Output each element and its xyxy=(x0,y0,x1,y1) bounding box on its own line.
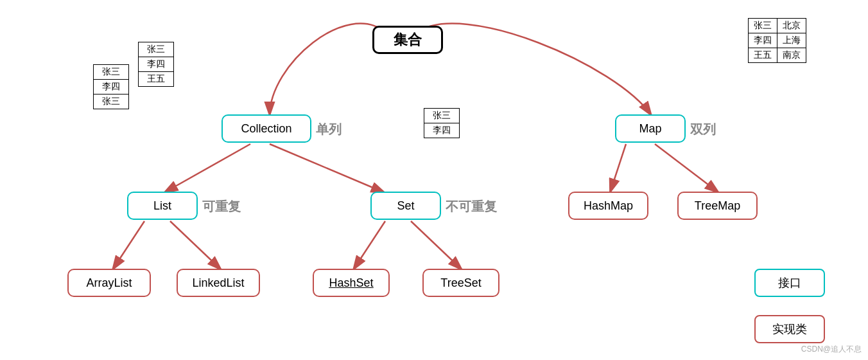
legend-interface-label: 接口 xyxy=(778,275,801,291)
svg-line-4 xyxy=(610,144,626,193)
node-treemap: TreeMap xyxy=(677,192,758,220)
node-hashmap-label: HashMap xyxy=(584,199,633,213)
table-row: 王五 南京 xyxy=(749,48,806,63)
table-row: 张三 xyxy=(94,65,129,80)
svg-line-5 xyxy=(655,144,719,193)
node-set: Set xyxy=(370,192,441,220)
table-center-right: 张三 李四 xyxy=(424,108,460,138)
node-hashset-label: HashSet xyxy=(329,276,373,290)
node-arraylist: ArrayList xyxy=(67,269,151,297)
node-arraylist-label: ArrayList xyxy=(86,276,132,290)
svg-line-7 xyxy=(170,221,221,270)
node-collection: Collection xyxy=(221,114,311,143)
node-linkedlist: LinkedList xyxy=(177,269,260,297)
node-hashmap: HashMap xyxy=(568,192,648,220)
node-treeset: TreeSet xyxy=(422,269,499,297)
table-row: 张三 xyxy=(424,109,460,123)
label-buchongfu: 不可重复 xyxy=(446,198,497,215)
table-row: 李四 上海 xyxy=(749,33,806,48)
node-treemap-label: TreeMap xyxy=(695,199,740,213)
node-list-label: List xyxy=(153,199,171,213)
legend-impl: 实现类 xyxy=(754,315,825,343)
node-jihe-label: 集合 xyxy=(394,30,422,50)
table-left-top: 张三 李四 王五 xyxy=(138,42,174,87)
table-row: 李四 xyxy=(424,123,460,138)
table-row: 王五 xyxy=(139,72,174,87)
node-treeset-label: TreeSet xyxy=(440,276,481,290)
arrows-svg xyxy=(0,0,868,360)
svg-line-6 xyxy=(112,221,144,270)
node-hashset: HashSet xyxy=(313,269,390,297)
node-set-label: Set xyxy=(397,199,414,213)
node-collection-label: Collection xyxy=(241,122,291,136)
node-map: Map xyxy=(615,114,686,143)
node-map-label: Map xyxy=(639,122,661,136)
table-row: 李四 xyxy=(94,80,129,94)
node-jihe: 集合 xyxy=(372,26,443,54)
table-row: 李四 xyxy=(139,57,174,72)
watermark: CSDN@追人不息 xyxy=(801,344,862,355)
table-row: 张三 xyxy=(139,42,174,57)
legend-impl-label: 实现类 xyxy=(772,321,807,337)
table-topright: 张三 北京 李四 上海 王五 南京 xyxy=(748,18,806,63)
label-danlie: 单列 xyxy=(316,121,342,138)
svg-line-9 xyxy=(411,221,462,270)
label-shuanglie: 双列 xyxy=(690,121,716,138)
svg-line-8 xyxy=(353,221,385,270)
diagram: 集合 Collection 单列 Map 双列 List 可重复 Set 不可重… xyxy=(0,0,868,360)
table-row: 张三 xyxy=(94,94,129,109)
table-left-bottom: 张三 李四 张三 xyxy=(93,64,129,109)
svg-line-2 xyxy=(164,144,250,193)
node-list: List xyxy=(127,192,198,220)
node-linkedlist-label: LinkedList xyxy=(192,276,244,290)
table-row: 张三 北京 xyxy=(749,19,806,33)
label-chongfu: 可重复 xyxy=(202,198,241,215)
legend-interface: 接口 xyxy=(754,269,825,297)
svg-line-3 xyxy=(270,144,385,193)
